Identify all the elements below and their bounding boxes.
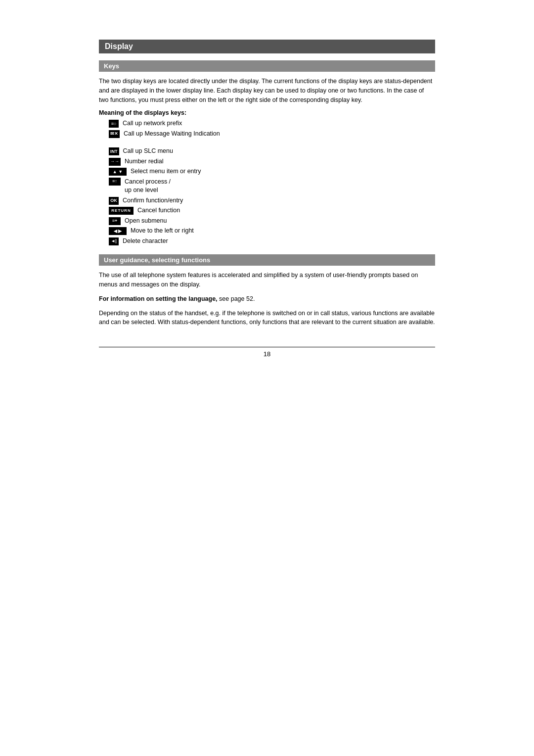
key-entry-redial: →→ Number redial bbox=[109, 157, 435, 166]
key-entry-mwi: ✉✕ Call up Message Waiting Indication bbox=[109, 130, 435, 139]
language-info-normal: see page 52. bbox=[218, 295, 255, 302]
key-entry-return: RETURN Cancel function bbox=[109, 206, 435, 215]
key-entry-delete: ◄| Delete character bbox=[109, 237, 435, 246]
ok-icon: OK bbox=[109, 197, 119, 205]
key-entry-select: ▲ ▼ Select menu item or entry bbox=[109, 167, 435, 176]
key-entry-network-prefix: ≡○ Call up network prefix bbox=[109, 119, 435, 128]
key-entry-cancel: ≡↑ Cancel process / up one level bbox=[109, 178, 435, 195]
select-text: Select menu item or entry bbox=[131, 167, 201, 176]
delete-text: Delete character bbox=[123, 237, 168, 246]
language-info-bold: For information on setting the language, bbox=[99, 295, 218, 302]
key-list: ≡○ Call up network prefix ✉✕ Call up Mes… bbox=[109, 119, 435, 245]
user-guidance-subsection-bar: User guidance, selecting functions bbox=[99, 254, 435, 266]
section-title-text: Display bbox=[105, 42, 133, 50]
key-entry-move: ◀ ▶ Move to the left or right bbox=[109, 227, 435, 236]
key-entry-slc: INT Call up SLC menu bbox=[109, 147, 435, 156]
user-guidance-label: User guidance, selecting functions bbox=[104, 256, 210, 264]
move-text: Move to the left or right bbox=[131, 227, 194, 236]
page-number: 18 bbox=[264, 350, 270, 358]
redial-text: Number redial bbox=[125, 157, 164, 166]
return-icon: RETURN bbox=[109, 207, 134, 215]
meaning-label: Meaning of the displays keys: bbox=[99, 109, 435, 116]
network-prefix-text: Call up network prefix bbox=[123, 119, 182, 128]
page-footer: 18 bbox=[99, 347, 435, 358]
key-entry-submenu: ≡+ Open submenu bbox=[109, 217, 435, 226]
return-text: Cancel function bbox=[137, 206, 180, 215]
slc-text: Call up SLC menu bbox=[123, 147, 173, 156]
cancel-text-block: Cancel process / up one level bbox=[125, 178, 171, 195]
submenu-icon: ≡+ bbox=[109, 217, 121, 225]
cancel-text-line1: Cancel process / bbox=[125, 178, 171, 187]
slc-icon: INT bbox=[109, 147, 119, 155]
cancel-icon: ≡↑ bbox=[109, 178, 121, 186]
page-container: Display Keys The two display keys are lo… bbox=[99, 0, 435, 397]
move-icon: ◀ ▶ bbox=[109, 227, 127, 235]
network-prefix-icon: ≡○ bbox=[109, 120, 119, 128]
key-entry-confirm: OK Confirm function/entry bbox=[109, 196, 435, 205]
user-guidance-section: User guidance, selecting functions The u… bbox=[99, 254, 435, 327]
mwi-icon: ✉✕ bbox=[109, 130, 120, 138]
keys-subsection-label: Keys bbox=[104, 62, 119, 70]
section-title: Display bbox=[99, 40, 435, 53]
redial-icon: →→ bbox=[109, 158, 121, 166]
language-info: For information on setting the language,… bbox=[99, 294, 435, 304]
submenu-text: Open submenu bbox=[125, 217, 167, 226]
keys-intro-text: The two display keys are located directl… bbox=[99, 77, 435, 104]
user-guidance-intro: The use of all telephone system features… bbox=[99, 271, 435, 289]
confirm-text: Confirm function/entry bbox=[123, 196, 183, 205]
cancel-text-line2: up one level bbox=[125, 186, 171, 195]
select-icon: ▲ ▼ bbox=[109, 168, 127, 176]
keys-subsection-bar: Keys bbox=[99, 60, 435, 72]
mwi-text: Call up Message Waiting Indication bbox=[124, 130, 220, 139]
status-info: Depending on the status of the handset, … bbox=[99, 309, 435, 328]
delete-icon: ◄| bbox=[109, 237, 119, 245]
